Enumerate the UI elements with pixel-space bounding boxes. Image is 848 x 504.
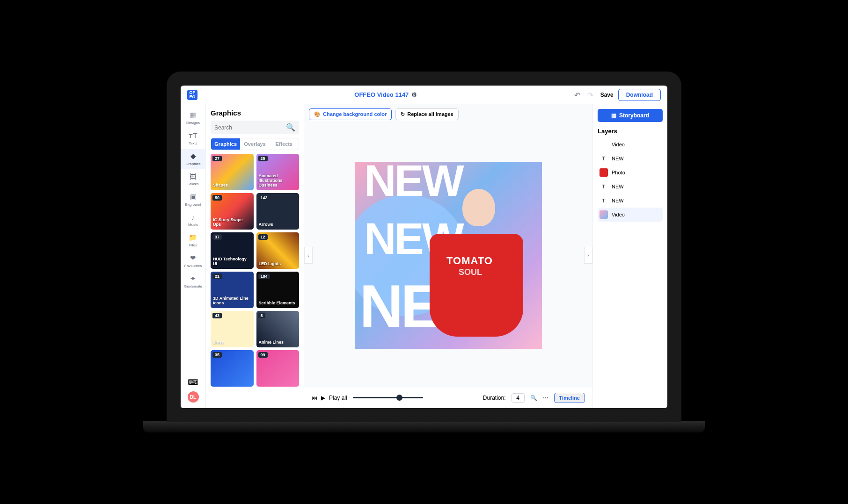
- card-title: Arrows: [259, 223, 273, 227]
- graphic-card[interactable]: 25Animated Illustrations Business: [256, 154, 300, 190]
- card-count: 12: [258, 234, 268, 240]
- graphic-card[interactable]: 43Lines: [211, 311, 254, 347]
- card-count: 43: [212, 313, 222, 318]
- nav-label: Graphics: [185, 162, 200, 166]
- gear-icon[interactable]: ⚙: [411, 91, 417, 98]
- layer-label: Video: [612, 142, 625, 147]
- zoom-icon[interactable]: 🔍: [530, 395, 537, 401]
- graphic-card[interactable]: 27Shapes: [211, 154, 254, 190]
- card-title: HUD Technology UI: [213, 257, 251, 266]
- graphic-card[interactable]: 213D Animated Line Icons: [211, 272, 254, 308]
- card-title: Animated Illustrations Business: [259, 174, 297, 188]
- texts-icon: ᴛT: [189, 131, 197, 140]
- nav-label: Geniemate: [184, 284, 202, 288]
- user-avatar[interactable]: DL: [188, 391, 199, 403]
- nav-music[interactable]: ♪Music: [181, 210, 206, 230]
- graphic-card[interactable]: 99: [256, 350, 300, 387]
- layer-item[interactable]: Video: [598, 137, 663, 151]
- more-icon[interactable]: ⋯: [543, 395, 548, 401]
- nav-label: Files: [189, 243, 197, 247]
- nav-stocks[interactable]: 🖼Stocks: [181, 170, 206, 189]
- refresh-icon: ↻: [401, 111, 405, 117]
- duration-label: Duration:: [483, 395, 506, 401]
- nav-label: Texts: [189, 141, 197, 145]
- layer-label: NEW: [612, 156, 624, 161]
- nav-label: Stocks: [187, 182, 198, 186]
- change-background-button[interactable]: 🎨Change background color: [309, 108, 392, 120]
- replace-all-images-button[interactable]: ↻Replace all images: [395, 108, 458, 120]
- canvas[interactable]: NEW NEW NEW TOMATO SOUL: [355, 162, 542, 349]
- nav-designs[interactable]: ▦Designs: [181, 108, 206, 128]
- files-icon: 📁: [189, 233, 197, 242]
- tab-overlays[interactable]: Overlays: [240, 138, 269, 150]
- playbar: ⏮ ▶ Play all Duration: 🔍 ⋯ Timeline: [304, 387, 592, 408]
- graphic-card[interactable]: 8Anime Lines: [256, 311, 300, 347]
- designs-icon: ▦: [190, 111, 197, 119]
- layer-label: Video: [612, 212, 625, 217]
- nav-favourites[interactable]: ❤Favourites: [181, 251, 206, 271]
- duration-input[interactable]: [512, 393, 525, 403]
- canvas-photo[interactable]: TOMATO SOUL: [425, 182, 533, 346]
- graphic-card[interactable]: 37HUD Technology UI: [211, 232, 254, 269]
- video-thumb-icon: [599, 210, 608, 219]
- left-nav: ▦Designs ᴛTTexts ◆Graphics 🖼Stocks ▣Bkgr…: [181, 104, 206, 408]
- card-count: 142: [258, 195, 270, 201]
- shirt-text-1: TOMATO: [446, 255, 493, 267]
- next-scene-button[interactable]: ›: [584, 247, 592, 264]
- card-count: 50: [212, 195, 222, 201]
- nav-label: Music: [188, 223, 198, 227]
- undo-icon[interactable]: ↶: [574, 91, 583, 99]
- text-icon: T: [599, 182, 608, 191]
- photo-thumb-icon: [599, 168, 608, 177]
- layer-item[interactable]: TNEW: [598, 151, 663, 166]
- graphic-card[interactable]: 35: [211, 350, 254, 387]
- play-icon[interactable]: ▶: [321, 395, 325, 401]
- sparkle-icon: ✦: [190, 274, 196, 283]
- graphics-icon: ◆: [190, 152, 196, 160]
- layer-item[interactable]: Photo: [598, 166, 663, 180]
- search-input-wrap[interactable]: 🔍: [211, 121, 299, 134]
- layer-label: NEW: [612, 184, 624, 189]
- music-icon: ♪: [191, 213, 195, 221]
- layer-item[interactable]: TNEW: [598, 194, 663, 208]
- background-icon: ▣: [190, 193, 197, 201]
- card-count: 37: [212, 234, 222, 240]
- skip-back-icon[interactable]: ⏮: [312, 395, 317, 401]
- save-button[interactable]: Save: [600, 92, 614, 98]
- search-icon[interactable]: 🔍: [286, 123, 295, 132]
- graphic-card[interactable]: 142Arrows: [256, 193, 300, 230]
- search-input[interactable]: [214, 124, 286, 131]
- graphic-card[interactable]: 184Scribble Elements: [256, 272, 300, 308]
- card-count: 99: [258, 352, 268, 358]
- layer-item[interactable]: TNEW: [598, 180, 663, 194]
- graphics-panel: Graphics 🔍 Graphics Overlays Effects 27S…: [206, 104, 304, 408]
- keyboard-icon[interactable]: ⌨: [188, 378, 198, 387]
- download-button[interactable]: Download: [618, 89, 661, 101]
- prev-scene-button[interactable]: ‹: [304, 247, 313, 264]
- layer-item[interactable]: Video: [598, 208, 663, 222]
- shirt-text-2: SOUL: [459, 267, 482, 277]
- timeline-button[interactable]: Timeline: [554, 393, 585, 403]
- storyboard-button[interactable]: ▦Storyboard: [598, 109, 663, 122]
- layer-blank-icon: [599, 140, 608, 149]
- tab-graphics[interactable]: Graphics: [211, 138, 240, 150]
- nav-texts[interactable]: ᴛTTexts: [181, 129, 206, 148]
- card-count: 184: [258, 274, 270, 279]
- text-icon: T: [599, 196, 608, 205]
- zoom-slider[interactable]: [353, 397, 423, 398]
- tab-effects[interactable]: Effects: [270, 138, 299, 150]
- storyboard-icon: ▦: [611, 112, 616, 119]
- project-title[interactable]: OFFEO Video 1147: [354, 91, 409, 98]
- graphic-card[interactable]: 50IG Story Swipe Ups: [211, 193, 254, 230]
- play-all-label: Play all: [329, 395, 347, 401]
- card-count: 21: [212, 274, 222, 279]
- card-title: Scribble Elements: [259, 301, 295, 306]
- nav-background[interactable]: ▣Bkground: [181, 190, 206, 209]
- heart-icon: ❤: [190, 254, 196, 262]
- card-count: 8: [258, 313, 265, 318]
- right-panel: ▦Storyboard Layers VideoTNEWPhotoTNEWTNE…: [592, 104, 667, 408]
- nav-files[interactable]: 📁Files: [181, 230, 206, 250]
- nav-graphics[interactable]: ◆Graphics: [181, 149, 206, 169]
- nav-geniemate[interactable]: ✦Geniemate: [181, 272, 206, 291]
- graphic-card[interactable]: 12LED Lights: [256, 232, 300, 269]
